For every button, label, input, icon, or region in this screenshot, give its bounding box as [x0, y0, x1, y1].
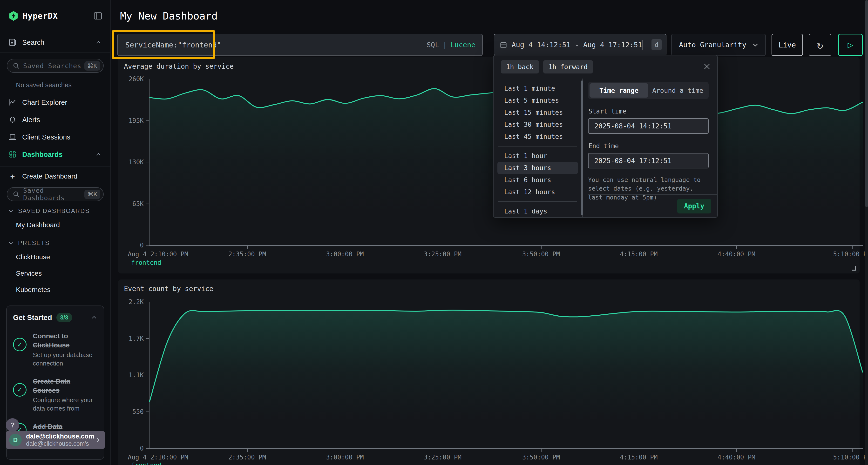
sidebar-item-services[interactable]: Services [0, 265, 111, 281]
y-axis-tick [146, 448, 150, 449]
scrollbar-thumb[interactable] [581, 80, 583, 215]
sidebar-item-client-sessions[interactable]: Client Sessions [0, 128, 111, 146]
step-desc: Configure where your data comes from [33, 396, 97, 413]
sidebar-item-my-dashboard[interactable]: My Dashboard [0, 217, 111, 233]
y-axis-label: 1.1K [128, 371, 144, 379]
y-axis-tick [146, 121, 150, 121]
sidebar-item-search[interactable]: Search [0, 35, 111, 50]
step-title: Create Data Sources [33, 377, 97, 395]
shift-forward-button[interactable]: 1h forward [543, 60, 593, 73]
y-axis-label: 550 [132, 408, 144, 416]
saved-searches-placeholder: Saved Searches [23, 62, 84, 70]
time-mode-tabs: Time range Around a time [588, 82, 709, 99]
check-circle-icon: ✓ [13, 338, 27, 351]
granularity-select[interactable]: Auto Granularity [671, 34, 766, 56]
chart-title: Average duration by service [124, 62, 234, 70]
x-axis-tick [639, 449, 639, 452]
time-range-input[interactable]: Aug 4 14:12:51 - Aug 4 17:12:51 d [494, 34, 666, 56]
quick-range-option-selected[interactable]: Last 3 hours [497, 162, 578, 174]
tab-time-range[interactable]: Time range [590, 84, 648, 98]
plus-icon: + [8, 172, 17, 181]
panel-resize-handle[interactable] [852, 266, 856, 271]
x-axis-tick [852, 449, 852, 452]
x-axis-label: 3:25:00 PM [424, 454, 462, 461]
divider [498, 146, 577, 146]
sidebar-item-alerts[interactable]: Alerts [0, 111, 111, 128]
quick-range-option[interactable]: Last 1 hour [497, 150, 578, 162]
legend-swatch: — [124, 259, 128, 266]
step-desc: Set up your database connection [33, 351, 97, 368]
x-axis-tick [345, 245, 345, 248]
sidebar-item-chart-explorer[interactable]: Chart Explorer [0, 94, 111, 111]
saved-dashboards-group-header[interactable]: SAVED DASHBOARDS [0, 201, 111, 217]
sidebar-item-dashboards[interactable]: Dashboards [0, 146, 111, 163]
quick-range-option[interactable]: Last 1 days [497, 205, 578, 217]
collapse-sidebar-icon[interactable] [93, 11, 103, 21]
shift-back-button[interactable]: 1h back [501, 60, 539, 73]
search-icon [12, 191, 20, 198]
saved-searches-input[interactable]: Saved Searches ⌘K [7, 59, 104, 73]
shortcut-badge: ⌘K [84, 61, 100, 71]
y-axis-label: 0 [140, 242, 144, 249]
main-content: My New Dashboard ServiceName:"frontend" … [112, 0, 868, 465]
calendar-icon [500, 41, 507, 49]
time-range-value: Aug 4 14:12:51 - Aug 4 17:12:51 [512, 41, 642, 49]
end-time-label: End time [589, 142, 709, 150]
x-axis-label: 2:35:00 PM [228, 454, 266, 461]
end-time-input[interactable]: 2025-08-04 17:12:51 [588, 153, 709, 168]
help-button[interactable]: ? [6, 418, 19, 432]
quick-range-option[interactable]: Last 45 minutes [497, 131, 578, 143]
sql-toggle[interactable]: SQL [427, 41, 439, 49]
x-axis-label: 4:15:00 PM [620, 454, 658, 461]
x-axis-tick [247, 245, 248, 248]
get-started-step[interactable]: ✓ Connect to ClickHouse Set up your data… [13, 332, 97, 368]
y-axis-tick [146, 302, 150, 302]
play-button[interactable]: ▷ [838, 34, 863, 56]
x-axis-tick [736, 449, 737, 452]
page-scrollbar-thumb[interactable] [865, 0, 868, 207]
saved-dashboards-input[interactable]: Saved Dashboards ⌘K [7, 187, 104, 201]
x-axis-label: 4:15:00 PM [620, 251, 658, 258]
quick-range-option[interactable]: Last 1 minute [497, 82, 578, 94]
chart-legend[interactable]: —frontend [124, 462, 161, 465]
quick-range-option[interactable]: Last 15 minutes [497, 106, 578, 119]
lucene-toggle[interactable]: Lucene [450, 41, 475, 49]
check-circle-icon: ✓ [13, 383, 27, 397]
y-axis-label: 65K [132, 200, 144, 207]
chart-legend[interactable]: —frontend [124, 259, 161, 266]
quick-range-option[interactable]: Last 30 minutes [497, 119, 578, 131]
chevron-up-icon [95, 39, 102, 46]
page-title: My New Dashboard [120, 10, 218, 22]
start-time-input[interactable]: 2025-08-04 14:12:51 [588, 118, 709, 134]
x-axis-tick [736, 245, 737, 248]
apply-button[interactable]: Apply [677, 199, 711, 213]
get-started-title: Get Started [13, 313, 52, 322]
quick-range-option[interactable]: Last 5 minutes [497, 94, 578, 106]
sidebar-item-kubernetes[interactable]: Kubernetes [0, 281, 111, 298]
user-menu[interactable]: D dale@clickhouse.com dale@clickhouse.co… [6, 431, 105, 449]
get-started-step[interactable]: ✓ Create Data Sources Configure where yo… [13, 377, 97, 413]
play-icon: ▷ [848, 39, 853, 50]
presets-group-header[interactable]: PRESETS [0, 233, 111, 249]
page-scrollbar[interactable] [865, 0, 868, 465]
refresh-button[interactable]: ↻ [809, 34, 831, 56]
chevron-up-icon[interactable] [91, 314, 97, 321]
close-icon[interactable] [703, 62, 711, 72]
logo-row: HyperDX [0, 0, 111, 21]
live-button[interactable]: Live [772, 34, 803, 56]
sidebar-item-label: Client Sessions [22, 133, 102, 141]
x-axis-label: 5:10:00 PM [833, 454, 868, 461]
legend-label: frontend [131, 462, 161, 465]
sidebar-item-clickhouse[interactable]: ClickHouse [0, 249, 111, 265]
quick-range-option[interactable]: Last 12 hours [497, 186, 578, 198]
x-axis-label: 4:40:00 PM [717, 454, 755, 461]
y-axis-tick [146, 245, 150, 245]
sidebar-item-label: Alerts [22, 116, 102, 124]
create-dashboard-button[interactable]: + Create Dashboard [0, 167, 111, 186]
x-axis-tick [639, 245, 639, 248]
y-axis-label: 260K [128, 75, 144, 82]
tab-around-a-time[interactable]: Around a time [648, 84, 707, 98]
search-filter-input[interactable]: ServiceName:"frontend" SQL|Lucene [117, 34, 483, 56]
language-toggle[interactable]: SQL|Lucene [427, 41, 475, 49]
quick-range-option[interactable]: Last 6 hours [497, 174, 578, 186]
